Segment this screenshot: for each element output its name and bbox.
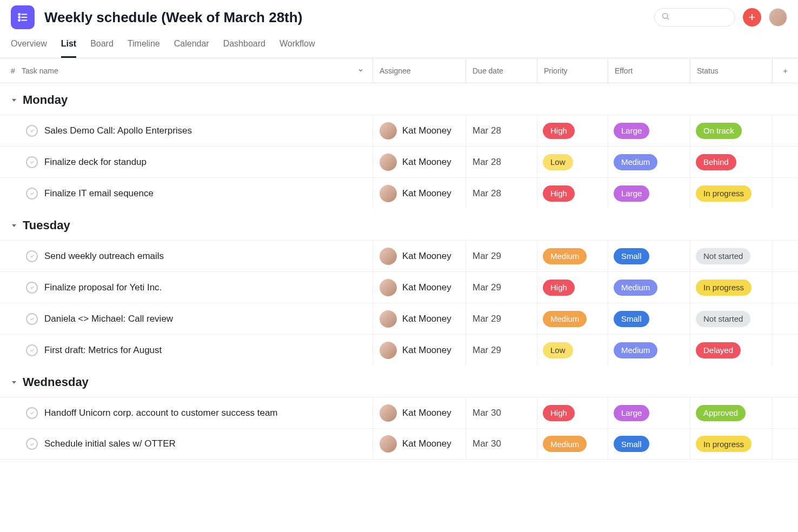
search-box[interactable] xyxy=(654,8,735,26)
table-row[interactable]: Handoff Unicorn corp. account to custome… xyxy=(0,397,798,428)
table-row[interactable]: Finalize deck for standup Kat Mooney Mar… xyxy=(0,146,798,177)
effort-pill[interactable]: Medium xyxy=(614,342,657,358)
task-name: Finalize proposal for Yeti Inc. xyxy=(44,282,162,293)
priority-pill[interactable]: High xyxy=(543,123,575,139)
priority-pill[interactable]: Medium xyxy=(543,436,587,452)
chevron-down-icon[interactable] xyxy=(357,66,364,75)
status-pill[interactable]: Behind xyxy=(696,154,736,170)
effort-pill[interactable]: Medium xyxy=(614,154,657,170)
status-pill[interactable]: Delayed xyxy=(696,342,741,358)
assignee-name: Kat Mooney xyxy=(402,345,451,356)
due-date[interactable]: Mar 29 xyxy=(466,303,537,334)
search-input[interactable] xyxy=(673,13,728,22)
column-number: # xyxy=(0,66,22,75)
complete-checkbox[interactable] xyxy=(26,156,38,168)
complete-checkbox[interactable] xyxy=(26,125,38,137)
priority-pill[interactable]: Low xyxy=(543,154,573,170)
complete-checkbox[interactable] xyxy=(26,344,38,356)
table-row[interactable]: Finalize IT email sequence Kat Mooney Ma… xyxy=(0,177,798,209)
task-name: Schedule initial sales w/ OTTER xyxy=(44,438,176,449)
assignee-name: Kat Mooney xyxy=(402,188,451,199)
assignee-avatar[interactable] xyxy=(380,154,397,171)
assignee-avatar[interactable] xyxy=(380,310,397,328)
table-row[interactable]: Daniela <> Michael: Call review Kat Moon… xyxy=(0,303,798,334)
table-row[interactable]: Finalize proposal for Yeti Inc. Kat Moon… xyxy=(0,271,798,303)
extra-cell xyxy=(772,241,798,271)
section-title: Monday xyxy=(23,93,68,107)
tab-dashboard[interactable]: Dashboard xyxy=(223,39,265,58)
due-date[interactable]: Mar 29 xyxy=(466,241,537,271)
assignee-avatar[interactable] xyxy=(380,404,397,422)
tab-workflow[interactable]: Workflow xyxy=(280,39,315,58)
svg-marker-9 xyxy=(12,224,16,227)
add-button[interactable]: + xyxy=(743,8,761,26)
effort-pill[interactable]: Small xyxy=(614,248,649,264)
complete-checkbox[interactable] xyxy=(26,188,38,200)
tab-timeline[interactable]: Timeline xyxy=(128,39,160,58)
assignee-avatar[interactable] xyxy=(380,122,397,139)
due-date[interactable]: Mar 30 xyxy=(466,397,537,428)
priority-pill[interactable]: Medium xyxy=(543,248,587,264)
status-pill[interactable]: Approved xyxy=(696,405,746,421)
tab-board[interactable]: Board xyxy=(90,39,114,58)
collapse-icon[interactable] xyxy=(10,96,18,104)
status-pill[interactable]: In progress xyxy=(696,280,752,296)
due-date[interactable]: Mar 30 xyxy=(466,429,537,459)
task-name: First draft: Metrics for August xyxy=(44,345,162,356)
section-title: Wednesday xyxy=(23,375,89,389)
due-date[interactable]: Mar 29 xyxy=(466,272,537,303)
effort-pill[interactable]: Large xyxy=(614,405,649,421)
complete-checkbox[interactable] xyxy=(26,313,38,325)
due-date[interactable]: Mar 29 xyxy=(466,335,537,365)
table-row[interactable]: Schedule initial sales w/ OTTER Kat Moon… xyxy=(0,428,798,460)
assignee-avatar[interactable] xyxy=(380,279,397,296)
search-icon xyxy=(661,12,670,23)
priority-pill[interactable]: High xyxy=(543,405,575,421)
svg-point-0 xyxy=(18,14,20,15)
extra-cell xyxy=(772,303,798,334)
priority-pill[interactable]: High xyxy=(543,185,575,202)
complete-checkbox[interactable] xyxy=(26,407,38,419)
priority-pill[interactable]: Medium xyxy=(543,311,587,327)
effort-pill[interactable]: Small xyxy=(614,436,649,452)
assignee-avatar[interactable] xyxy=(380,185,397,202)
effort-pill[interactable]: Large xyxy=(614,185,649,202)
complete-checkbox[interactable] xyxy=(26,438,38,450)
assignee-name: Kat Mooney xyxy=(402,314,451,324)
effort-pill[interactable]: Small xyxy=(614,311,649,327)
tab-calendar[interactable]: Calendar xyxy=(174,39,209,58)
priority-pill[interactable]: Low xyxy=(543,342,573,358)
add-column-button[interactable]: + xyxy=(772,58,798,83)
due-date[interactable]: Mar 28 xyxy=(466,115,537,146)
svg-line-7 xyxy=(667,18,669,19)
svg-point-4 xyxy=(18,19,20,21)
tab-overview[interactable]: Overview xyxy=(11,39,47,58)
assignee-avatar[interactable] xyxy=(380,248,397,265)
table-row[interactable]: Sales Demo Call: Apollo Enterprises Kat … xyxy=(0,115,798,146)
effort-pill[interactable]: Medium xyxy=(614,280,657,296)
extra-cell xyxy=(772,335,798,365)
complete-checkbox[interactable] xyxy=(26,282,38,294)
priority-pill[interactable]: High xyxy=(543,280,575,296)
collapse-icon[interactable] xyxy=(10,378,18,387)
collapse-icon[interactable] xyxy=(10,221,18,230)
svg-marker-8 xyxy=(12,99,16,102)
effort-pill[interactable]: Large xyxy=(614,123,649,139)
assignee-avatar[interactable] xyxy=(380,435,397,453)
table-row[interactable]: First draft: Metrics for August Kat Moon… xyxy=(0,334,798,365)
user-avatar[interactable] xyxy=(769,8,787,26)
due-date[interactable]: Mar 28 xyxy=(466,178,537,209)
column-task: Task name xyxy=(22,66,58,75)
assignee-avatar[interactable] xyxy=(380,342,397,359)
table-row[interactable]: Send weekly outreach emails Kat Mooney M… xyxy=(0,240,798,271)
status-pill[interactable]: On track xyxy=(696,123,742,139)
project-icon[interactable] xyxy=(11,5,35,29)
status-pill[interactable]: Not started xyxy=(696,248,750,264)
status-pill[interactable]: In progress xyxy=(696,436,752,452)
task-name: Handoff Unicorn corp. account to custome… xyxy=(44,408,278,418)
tab-list[interactable]: List xyxy=(61,39,76,58)
status-pill[interactable]: Not started xyxy=(696,311,750,327)
status-pill[interactable]: In progress xyxy=(696,185,752,202)
due-date[interactable]: Mar 28 xyxy=(466,147,537,177)
complete-checkbox[interactable] xyxy=(26,250,38,262)
